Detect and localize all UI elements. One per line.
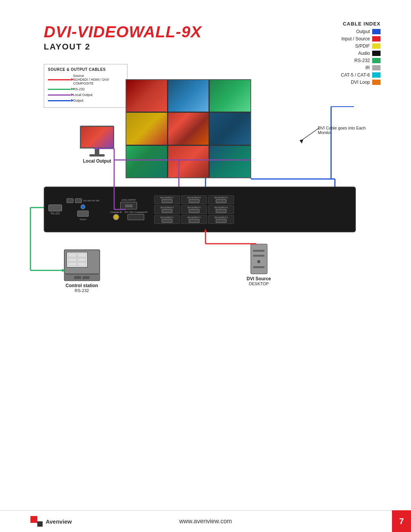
dvi-out-3-ports: [216, 219, 226, 223]
input-ports-row: Composite IN DVI / VGA / Component IN: [110, 211, 147, 220]
vw-cell-7: [126, 146, 167, 177]
logo-text: Avenview: [46, 518, 72, 525]
dvi-out-9-group: DVI OUTPUT 9: [208, 195, 234, 204]
dvi-out-3-label: DVI OUTPUT 3: [215, 216, 228, 219]
cable-row-spdif: S/PDIF: [320, 43, 381, 49]
legend-row-rs232: ▶ RS-232: [48, 87, 123, 91]
legend-text-localout: Local Output: [73, 93, 92, 97]
cable-index: CABLE INDEX Output Input / Source S/PDIF…: [320, 21, 381, 87]
footer: Avenview www.avenview.com 7: [0, 510, 411, 532]
tower-body: [250, 244, 268, 274]
cs-screen: [67, 252, 88, 267]
dvi-cable-annotation: DVI Cable goes into Each Monitor: [318, 126, 379, 135]
vw-cell-8: [168, 146, 209, 177]
cable-swatch-cat5: [372, 72, 381, 78]
footer-page-number: 7: [392, 510, 411, 532]
dvi-out-9-label: DVI OUTPUT 9: [215, 197, 228, 199]
dvi-port-4: [162, 209, 172, 213]
dvi-source-desktop: DVI Source DESKTOP: [240, 244, 278, 286]
footer-logo: Avenview: [30, 516, 72, 527]
dvi-port-6: [216, 209, 226, 213]
legend-row-source: ▶ Source3GHD6DI / HDMI / DVI/ COMPOSITE: [48, 74, 123, 85]
cable-swatch-rs232: [372, 58, 381, 63]
dvi-out-7-label: DVI OUTPUT 7: [161, 197, 174, 199]
cable-swatch-ir: [372, 65, 381, 70]
tower-button: [257, 260, 260, 263]
svg-marker-21: [299, 139, 303, 144]
dvi-out-7-ports: [162, 199, 172, 203]
dvi-port-5: [189, 209, 199, 213]
dvi-port-9: [216, 199, 226, 203]
cs-sublabel: RS-232: [59, 288, 105, 293]
hw-middle-section: LOCAL OUTPUT Composite IN: [110, 199, 147, 220]
cable-row-dviloop: DVI Loop: [320, 80, 381, 85]
dvi-out-8-ports: [189, 199, 199, 203]
dvi-row-456: DVI OUTPUT 4 DVI OUTPUT 5 DVI OUTPUT 6: [154, 205, 234, 214]
dvi-out-9-ports: [216, 199, 226, 203]
dvi-out-1-group: DVI OUTPUT 1: [154, 215, 180, 224]
local-out-port: [120, 202, 137, 209]
cable-row-audio: Audio: [320, 51, 381, 56]
dvi-out-3-group: DVI OUTPUT 3: [208, 215, 234, 224]
title-block: DVI-VIDEOWALL-9X LAYOUT 2: [44, 23, 202, 52]
monitor-base: [89, 154, 105, 157]
cs-body: [64, 249, 100, 274]
vw-cell-1: [126, 80, 167, 112]
rs485-ports-group: RS-485 RS-485 Switch: [67, 198, 99, 220]
dvi-out-1-label: DVI OUTPUT 1: [161, 216, 174, 219]
rs485-label: RS-485 RS-485: [83, 200, 99, 202]
cable-row-input: Input / Source: [320, 36, 381, 42]
hardware-strip: RS-232 RS-485 RS-485 Switch LOCAL OUTPUT: [44, 187, 356, 232]
cable-row-rs232: RS-232: [320, 58, 381, 63]
dvi-out-5-group: DVI OUTPUT 5: [181, 205, 207, 214]
cs-base: [64, 274, 100, 281]
vga-in-label: DVI / VGA / Component IN: [125, 211, 147, 213]
cable-label-ir: IR: [365, 65, 370, 70]
cable-label-input: Input / Source: [341, 36, 370, 42]
dvi-out-5-label: DVI OUTPUT 5: [188, 206, 201, 209]
dvi-source-label: DVI Source: [240, 276, 278, 281]
cable-swatch-input: [372, 36, 381, 42]
local-monitor: Local Output: [76, 126, 118, 164]
dvi-out-2-group: DVI OUTPUT 2: [181, 215, 207, 224]
vw-cell-4: [126, 113, 167, 144]
logo-icon: [30, 516, 43, 527]
cs-cell-1: [68, 253, 77, 257]
cs-base-port-2: [83, 276, 89, 279]
dvi-out-6-ports: [216, 209, 226, 213]
dvi-cable-text: DVI Cable goes into Each Monitor: [318, 126, 366, 135]
tower-slot-3: [253, 266, 264, 268]
cable-label-rs232: RS-232: [354, 58, 370, 63]
dvi-port-8: [189, 199, 199, 203]
legend-row-output: ▶ Output: [48, 99, 123, 102]
legend-text-output: Output: [73, 99, 83, 102]
cable-label-spdif: S/PDIF: [355, 43, 370, 49]
logo-sq-red: [30, 516, 37, 523]
svg-line-20: [301, 128, 320, 141]
tower-slot-1: [253, 250, 264, 252]
cable-swatch-spdif: [372, 43, 381, 49]
dvi-dots-local: [125, 204, 132, 207]
source-legend: SOURCE & OUTPUT CABLES ▶ Source3GHD6DI /…: [44, 64, 127, 108]
rs232-connector: [48, 204, 62, 211]
source-legend-title: SOURCE & OUTPUT CABLES: [48, 67, 123, 72]
dvi-source-sublabel: DESKTOP: [240, 281, 278, 286]
vw-cell-6: [210, 113, 250, 144]
vw-cell-9: [210, 146, 250, 177]
dvi-port-1: [162, 219, 172, 223]
dvi-out-1-ports: [162, 219, 172, 223]
cable-row-cat5: CAT-5 / CAT-6: [320, 72, 381, 78]
cs-cell-3: [68, 258, 77, 262]
cs-label: Control station: [59, 283, 105, 288]
sub-title: LAYOUT 2: [44, 42, 202, 52]
cs-base-port-1: [74, 276, 81, 279]
dvi-port-7: [162, 199, 172, 203]
cable-row-ir: IR: [320, 65, 381, 70]
local-out-port-label: LOCAL OUTPUT: [121, 199, 136, 201]
vw-cell-5: [168, 113, 209, 144]
vw-cell-2: [168, 80, 209, 112]
dvi-out-7-group: DVI OUTPUT 7: [154, 195, 180, 204]
cable-label-output: Output: [356, 29, 370, 34]
hw-switch-btn: [77, 211, 89, 217]
composite-in-group: Composite IN: [110, 211, 121, 220]
